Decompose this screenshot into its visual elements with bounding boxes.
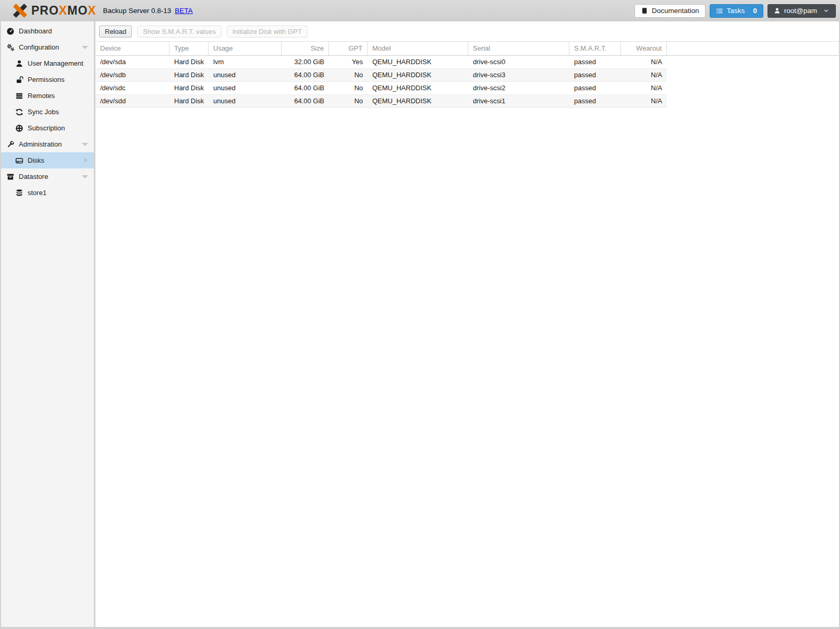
server-icon (15, 92, 23, 100)
sidebar-item-subscription[interactable]: Subscription (1, 120, 94, 136)
sidebar-item-remotes[interactable]: Remotes (1, 88, 94, 104)
cell-device: /dev/sdc (95, 82, 169, 94)
sidebar-item-label: Sync Jobs (28, 108, 59, 116)
documentation-label: Documentation (652, 7, 699, 15)
sidebar-item-label: Permissions (28, 76, 65, 83)
cell-type: Hard Disk (169, 95, 209, 107)
initialize-gpt-button[interactable]: Initialize Disk with GPT (227, 26, 308, 38)
cell-s-m-a-r-t-: passed (569, 82, 621, 94)
column-header-wearout[interactable]: Wearout (621, 42, 667, 55)
proxmox-wordmark: PROXMOX (31, 4, 96, 18)
sidebar-item-store1[interactable]: store1 (1, 185, 94, 201)
reload-button[interactable]: Reload (99, 26, 132, 38)
sidebar-item-administration[interactable]: Administration (1, 136, 94, 152)
main-panel: Reload Show S.M.A.R.T. values Initialize… (95, 21, 839, 627)
cell-usage: unused (209, 82, 282, 94)
sidebar-item-label: Configuration (19, 43, 59, 51)
cell-serial: drive-scsi2 (468, 82, 569, 94)
collapse-arrow-icon[interactable] (82, 46, 88, 49)
cell-device: /dev/sda (95, 56, 169, 68)
app-header: PROXMOX Backup Server 0.8-13 BETA Docume… (0, 0, 840, 21)
user-icon (774, 7, 781, 14)
cell-device: /dev/sdb (95, 69, 169, 81)
cell-serial: drive-scsi1 (468, 95, 569, 107)
cell-size: 64.00 GiB (282, 82, 329, 94)
table-row[interactable]: /dev/sdcHard Diskunused64.00 GiBNoQEMU_H… (95, 82, 667, 95)
sidebar-item-dashboard[interactable]: Dashboard (1, 23, 94, 39)
user-menu-button[interactable]: root@pam (768, 4, 836, 18)
cell-gpt: No (329, 95, 368, 107)
cell-usage: unused (209, 95, 282, 107)
sidebar-item-label: Datastore (19, 173, 48, 180)
proxmox-logo: PROXMOX (13, 4, 96, 18)
disks-toolbar: Reload Show S.M.A.R.T. values Initialize… (95, 21, 839, 41)
unlock-icon (15, 76, 23, 84)
chevron-right-icon (84, 158, 88, 163)
cell-type: Hard Disk (169, 69, 209, 81)
archive-icon (6, 173, 15, 181)
column-header-s-m-a-r-t-[interactable]: S.M.A.R.T. (569, 42, 621, 55)
column-header-model[interactable]: Model (368, 42, 468, 55)
cell-serial: drive-scsi0 (468, 56, 569, 68)
chevron-down-icon (823, 7, 830, 14)
beta-link[interactable]: BETA (175, 7, 192, 15)
column-header-type[interactable]: Type (169, 42, 209, 55)
cell-wearout: N/A (621, 56, 667, 68)
table-row[interactable]: /dev/sdbHard Diskunused64.00 GiBNoQEMU_H… (95, 69, 667, 82)
product-title: Backup Server 0.8-13 (103, 7, 172, 15)
cell-size: 64.00 GiB (282, 95, 329, 107)
sidebar-item-label: Disks (28, 156, 44, 164)
cell-s-m-a-r-t-: passed (569, 69, 621, 81)
list-icon (716, 7, 723, 15)
wrench-icon (6, 140, 15, 149)
cell-model: QEMU_HARDDISK (368, 69, 468, 81)
proxmox-x-icon (13, 4, 28, 18)
sidebar-item-user-management[interactable]: User Management (1, 55, 94, 71)
cell-model: QEMU_HARDDISK (368, 82, 468, 94)
sidebar-item-label: Remotes (28, 92, 55, 100)
column-header-serial[interactable]: Serial (468, 42, 569, 55)
column-header-device[interactable]: Device (95, 42, 169, 55)
sidebar-item-sync-jobs[interactable]: Sync Jobs (1, 104, 94, 120)
lifering-icon (15, 124, 23, 132)
sidebar-item-label: Administration (19, 140, 62, 148)
cell-s-m-a-r-t-: passed (569, 56, 621, 68)
cell-wearout: N/A (621, 95, 667, 107)
collapse-arrow-icon[interactable] (82, 175, 88, 178)
dashboard-icon (6, 27, 15, 35)
sidebar-item-configuration[interactable]: Configuration (1, 39, 94, 55)
cell-size: 64.00 GiB (282, 69, 329, 81)
sidebar-item-label: store1 (28, 189, 46, 197)
cell-device: /dev/sdd (95, 95, 169, 107)
cell-wearout: N/A (621, 69, 667, 81)
grid-header: DeviceTypeUsageSizeGPTModelSerialS.M.A.R… (95, 41, 839, 56)
table-row[interactable]: /dev/sdaHard Disklvm32.00 GiBYesQEMU_HAR… (95, 56, 667, 69)
tasks-button[interactable]: Tasks 0 (710, 4, 763, 18)
cell-usage: lvm (209, 56, 282, 68)
cell-type: Hard Disk (169, 56, 209, 68)
grid-body: /dev/sdaHard Disklvm32.00 GiBYesQEMU_HAR… (95, 56, 839, 627)
column-header-usage[interactable]: Usage (209, 42, 282, 55)
gears-icon (6, 43, 15, 52)
sidebar-item-label: User Management (28, 59, 83, 67)
sidebar-item-permissions[interactable]: Permissions (1, 71, 94, 88)
show-smart-values-button[interactable]: Show S.M.A.R.T. values (137, 26, 221, 38)
column-header-size[interactable]: Size (282, 42, 329, 55)
cell-model: QEMU_HARDDISK (368, 56, 468, 68)
user-label: root@pam (784, 7, 817, 15)
column-header-filler (667, 42, 839, 55)
database-icon (15, 189, 23, 197)
main-wrap: DashboardConfigurationUser ManagementPer… (0, 21, 840, 627)
sidebar-item-disks[interactable]: Disks (1, 152, 94, 168)
collapse-arrow-icon[interactable] (82, 143, 88, 146)
cell-s-m-a-r-t-: passed (569, 95, 621, 107)
cell-gpt: No (329, 82, 368, 94)
book-icon (641, 7, 648, 15)
cell-wearout: N/A (621, 82, 667, 94)
sidebar-item-datastore[interactable]: Datastore (1, 168, 94, 185)
sidebar-nav: DashboardConfigurationUser ManagementPer… (1, 21, 94, 627)
table-row[interactable]: /dev/sddHard Diskunused64.00 GiBNoQEMU_H… (95, 95, 667, 108)
column-header-gpt[interactable]: GPT (329, 42, 368, 55)
documentation-button[interactable]: Documentation (635, 4, 705, 18)
hdd-icon (15, 156, 23, 165)
